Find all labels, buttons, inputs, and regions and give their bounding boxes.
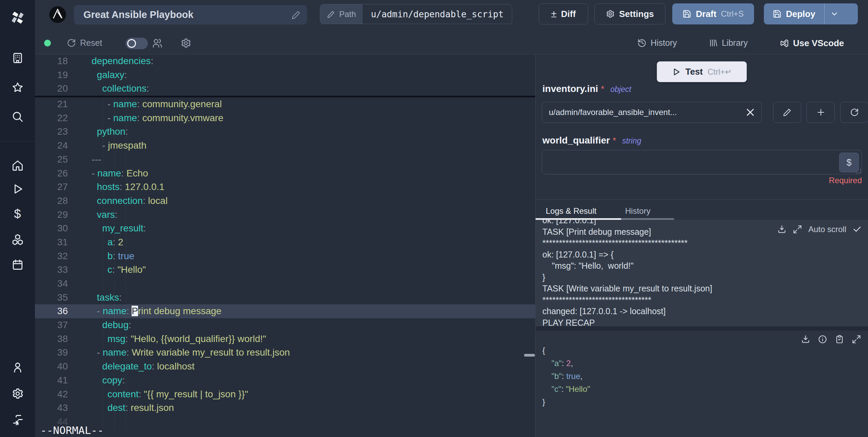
- account-user-icon[interactable]: [12, 361, 24, 374]
- code-line[interactable]: 35 tasks:: [35, 291, 535, 305]
- code-line[interactable]: 34: [35, 277, 535, 291]
- settings-button[interactable]: Settings: [594, 3, 666, 24]
- run-panel: Test Ctrl+↵ inventory.ini * object world…: [536, 54, 868, 437]
- library-button[interactable]: Library: [709, 38, 748, 48]
- code-line[interactable]: 36 - name: Print debug message: [35, 304, 535, 318]
- code-editor[interactable]: 18dependencies:19 galaxy:20 collections:…: [35, 54, 535, 437]
- test-shortcut: Ctrl+↵: [708, 67, 732, 77]
- code-line[interactable]: 26- name: Echo: [35, 167, 535, 180]
- deploy-dropdown-button[interactable]: [824, 3, 845, 24]
- schedules-calendar-icon[interactable]: [12, 259, 24, 271]
- deploy-button[interactable]: Deploy: [764, 3, 824, 24]
- inventory-resource-input[interactable]: [542, 102, 762, 123]
- deploy-label: Deploy: [786, 9, 815, 19]
- result-viewer: { "a": 2, "b": true, "c": "Hello"}: [536, 330, 868, 437]
- code-line[interactable]: 42 content: "{{ my_result | to_json }}": [35, 387, 535, 401]
- log-line: TASK [Write variable my_result to result…: [542, 283, 861, 294]
- refresh-resource-button[interactable]: [840, 102, 868, 123]
- script-title-field: [74, 5, 307, 24]
- code-line[interactable]: 44: [35, 415, 535, 429]
- test-label: Test: [686, 66, 703, 77]
- resources-boxes-icon[interactable]: [12, 233, 24, 246]
- diff-label: Diff: [561, 9, 576, 19]
- variables-dollar-icon[interactable]: $: [12, 208, 24, 220]
- download-log-icon[interactable]: [777, 225, 787, 234]
- code-line[interactable]: 31 a: 2: [35, 235, 535, 249]
- plus-icon: [816, 108, 825, 117]
- code-line[interactable]: 40 delegate_to: localhost: [35, 360, 535, 374]
- expand-log-icon[interactable]: [793, 225, 802, 234]
- workspace-icon[interactable]: [12, 52, 24, 64]
- path-field[interactable]: Path u/admin/dependable_script: [320, 4, 512, 24]
- code-line[interactable]: 28 connection: local: [35, 194, 535, 208]
- vscode-label: Use VScode: [793, 38, 844, 49]
- code-line[interactable]: 23 python:: [35, 125, 535, 139]
- code-line[interactable]: 43 dest: result.json: [35, 401, 535, 415]
- code-line[interactable]: 30 my_result:: [35, 222, 535, 235]
- log-line: PLAY RECAP: [542, 317, 861, 327]
- edit-resource-button[interactable]: [773, 102, 801, 123]
- log-line: changed: [127.0.0.1 -> localhost]: [542, 306, 861, 317]
- auto-scroll-check-icon[interactable]: [852, 225, 862, 234]
- code-line[interactable]: 21 - name: community.general: [35, 97, 535, 111]
- required-asterisk: *: [601, 84, 604, 94]
- result-json-line: }: [542, 396, 861, 408]
- expand-result-icon[interactable]: [852, 335, 861, 344]
- required-asterisk: *: [613, 135, 616, 146]
- clear-input-x-icon[interactable]: [745, 107, 755, 117]
- collaborators-users-icon[interactable]: [152, 38, 163, 49]
- code-line[interactable]: 29 vars:: [35, 208, 535, 222]
- field-name: world_qualifier: [542, 135, 610, 146]
- code-line[interactable]: 37 debug:: [35, 318, 535, 332]
- code-line[interactable]: 25---: [35, 153, 535, 167]
- add-resource-button[interactable]: [807, 102, 835, 123]
- refresh-icon: [850, 108, 859, 117]
- sidebar: $: [0, 0, 35, 437]
- draft-save-button[interactable]: Draft Ctrl+S: [672, 3, 754, 24]
- reset-button[interactable]: Reset: [67, 38, 102, 48]
- log-viewer[interactable]: ok: [127.0.0.1]TASK [Print debug message…: [536, 220, 868, 326]
- search-icon[interactable]: [12, 111, 24, 123]
- app-window: $ Path u/admin/dependable_script ± Diff: [0, 0, 868, 437]
- history-button[interactable]: History: [637, 38, 677, 48]
- code-line[interactable]: 22 - name: community.vmware: [35, 111, 535, 125]
- vscode-icon: [780, 39, 789, 48]
- settings-gear-icon[interactable]: [12, 387, 24, 400]
- diff-button[interactable]: ± Diff: [539, 3, 588, 24]
- resize-handle[interactable]: [856, 169, 861, 173]
- runs-play-icon[interactable]: [12, 183, 24, 195]
- tab-logs-result[interactable]: Logs & Result: [546, 206, 596, 216]
- chevron-down-icon: [830, 10, 839, 18]
- log-result-splitter[interactable]: [536, 326, 868, 330]
- code-line[interactable]: 39 - name: Write variable my_result to r…: [35, 346, 535, 360]
- edit-title-pencil-icon[interactable]: [291, 10, 301, 20]
- editor-settings-gear-icon[interactable]: [180, 38, 191, 49]
- code-line[interactable]: 38 msg: "Hello, {{world_qualifier}} worl…: [35, 332, 535, 346]
- mode-toggle[interactable]: [126, 38, 148, 49]
- code-line[interactable]: 27 hosts: 127.0.0.1: [35, 180, 535, 194]
- home-icon[interactable]: [12, 159, 24, 172]
- code-line: 19 galaxy:: [35, 68, 535, 82]
- deploy-split-button: Deploy: [764, 3, 858, 24]
- field-name: inventory.ini: [542, 83, 598, 94]
- script-title-input[interactable]: [83, 9, 291, 21]
- info-icon[interactable]: [818, 335, 827, 344]
- field-type: string: [622, 136, 641, 146]
- world-qualifier-input[interactable]: [542, 150, 862, 174]
- download-result-icon[interactable]: [801, 335, 810, 344]
- code-line[interactable]: 32 b: true: [35, 249, 535, 263]
- code-line[interactable]: 41 copy:: [35, 374, 535, 387]
- sticky-scroll-lines: 18dependencies:19 galaxy:20 collections:: [35, 54, 535, 97]
- copy-clipboard-icon[interactable]: [835, 335, 844, 344]
- use-vscode-button[interactable]: Use VScode: [780, 38, 844, 49]
- sidebar-divider: [0, 141, 35, 141]
- favorites-star-icon[interactable]: [12, 81, 24, 94]
- code-line[interactable]: 24 - jmespath: [35, 139, 535, 153]
- draft-label: Draft: [696, 9, 716, 19]
- logout-icon[interactable]: [12, 414, 24, 426]
- code-line[interactable]: 33 c: "Hello": [35, 263, 535, 277]
- panel-resize-handle[interactable]: [524, 354, 535, 357]
- test-run-button[interactable]: Test Ctrl+↵: [657, 61, 747, 82]
- tab-history[interactable]: History: [625, 206, 651, 216]
- windmill-logo-icon[interactable]: [9, 9, 26, 26]
